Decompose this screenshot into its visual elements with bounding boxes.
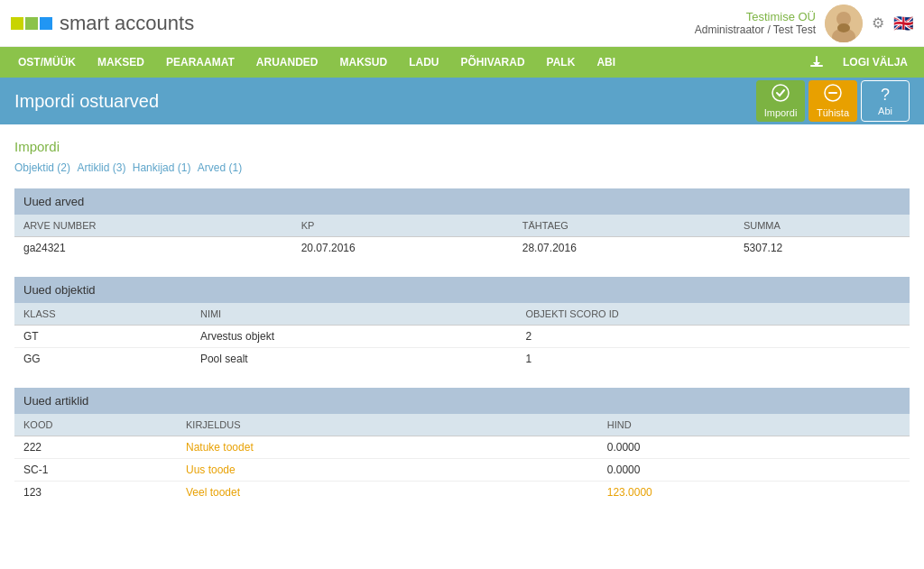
logo-sq-green xyxy=(25,17,38,30)
impordi-button[interactable]: Impordi xyxy=(756,80,805,122)
nav-item-aruanded[interactable]: ARUANDED xyxy=(245,47,329,78)
uued-arved-col-headers: ARVE NUMBER KP TÄHTAEG SUMMA xyxy=(14,215,910,237)
abi-button[interactable]: ? Abi xyxy=(861,80,910,122)
table-row: GG Pool sealt 1 xyxy=(14,348,910,371)
flag-icon[interactable]: 🇬🇧 xyxy=(893,14,913,33)
nav-item-maksud[interactable]: MAKSUD xyxy=(328,47,398,78)
breadcrumb: Objektid (2) Artiklid (3) Hankijad (1) A… xyxy=(14,161,910,174)
page-header-bar: Impordi ostuarved Impordi Tühista ? Abi xyxy=(0,78,924,124)
arve-tahtaeg: 28.07.2016 xyxy=(513,237,735,260)
nav-item-ladu[interactable]: LADU xyxy=(398,47,449,78)
main-content: Impordi Objektid (2) Artiklid (3) Hankij… xyxy=(0,124,924,536)
col-kp: KP xyxy=(292,215,513,237)
col-arve-number: ARVE NUMBER xyxy=(14,215,292,237)
obj-klass: GT xyxy=(14,326,191,348)
art-kirjeldus: Uus toode xyxy=(177,459,598,482)
svg-point-7 xyxy=(772,85,789,101)
action-buttons: Impordi Tühista ? Abi xyxy=(756,80,910,122)
header: smart accounts Testimise OÜ Administraat… xyxy=(0,0,924,47)
table-row: 123 Veel toodet 123.0000 xyxy=(14,482,910,504)
avatar-svg xyxy=(825,5,863,42)
uued-arved-table: ARVE NUMBER KP TÄHTAEG SUMMA ga24321 20.… xyxy=(14,215,910,259)
nav-item-ost[interactable]: OST/MÜÜK xyxy=(7,47,87,78)
art-kirjeldus: Natuke toodet xyxy=(177,436,598,459)
uued-objektid-section: Uued objektid KLASS NIMI OBJEKTI SCORO I… xyxy=(14,277,910,370)
uued-arved-section: Uued arved ARVE NUMBER KP TÄHTAEG SUMMA … xyxy=(14,188,910,259)
abi-label: Abi xyxy=(878,106,892,116)
impordi-icon xyxy=(772,84,790,106)
abi-icon: ? xyxy=(881,86,890,105)
art-hind: 0.0000 xyxy=(598,459,910,482)
breadcrumb-arved[interactable]: Arved (1) xyxy=(198,161,242,174)
logo-area: smart accounts xyxy=(11,12,194,35)
tuhistra-label: Tühista xyxy=(817,107,849,118)
svg-point-3 xyxy=(837,23,850,32)
tuhistra-icon xyxy=(824,84,842,106)
obj-scoro: 2 xyxy=(516,326,910,348)
app-name: smart accounts xyxy=(60,12,194,35)
obj-nimi: Pool sealt xyxy=(191,348,516,371)
col-kood: KOOD xyxy=(14,414,177,436)
avatar xyxy=(825,5,863,42)
obj-klass: GG xyxy=(14,348,191,371)
col-tahtaeg: TÄHTAEG xyxy=(513,215,735,237)
settings-icon[interactable]: ⚙ xyxy=(872,14,884,32)
section-title: Impordi xyxy=(14,139,910,154)
impordi-label: Impordi xyxy=(764,107,798,118)
col-summa: SUMMA xyxy=(735,215,910,237)
user-area: Testimise OÜ Administraator / Test Test … xyxy=(695,5,913,42)
nav-item-palk[interactable]: PALK xyxy=(536,47,587,78)
navbar: OST/MÜÜK MAKSED PEARAAMAT ARUANDED MAKSU… xyxy=(0,47,924,78)
breadcrumb-hankijad[interactable]: Hankijad (1) xyxy=(133,161,191,174)
uued-objektid-header: Uued objektid xyxy=(14,277,910,303)
obj-nimi: Arvestus objekt xyxy=(191,326,516,348)
table-row: GT Arvestus objekt 2 xyxy=(14,326,910,348)
uued-artiklid-header: Uued artiklid xyxy=(14,388,910,414)
obj-scoro: 1 xyxy=(516,348,910,371)
uued-artiklid-col-headers: KOOD KIRJELDUS HIND xyxy=(14,414,910,436)
arve-summa: 5307.12 xyxy=(735,237,910,260)
logo-sq-blue xyxy=(40,17,52,30)
user-info: Testimise OÜ Administraator / Test Test xyxy=(695,10,816,36)
art-kood: 222 xyxy=(14,436,177,459)
table-row: 222 Natuke toodet 0.0000 xyxy=(14,436,910,459)
tuhistra-button[interactable]: Tühista xyxy=(808,80,857,122)
art-kirjeldus: Veel toodet xyxy=(177,482,598,504)
arve-number: ga24321 xyxy=(14,237,292,260)
art-hind: 0.0000 xyxy=(598,436,910,459)
uued-arved-header: Uued arved xyxy=(14,188,910,215)
art-hind: 123.0000 xyxy=(598,482,910,504)
col-scoro-id: OBJEKTI SCORO ID xyxy=(516,303,910,326)
col-nimi: NIMI xyxy=(191,303,516,326)
art-kood: SC-1 xyxy=(14,459,177,482)
page-title: Impordi ostuarved xyxy=(14,91,756,112)
uued-objektid-col-headers: KLASS NIMI OBJEKTI SCORO ID xyxy=(14,303,910,326)
user-company: Testimise OÜ xyxy=(695,10,816,23)
table-row: ga24321 20.07.2016 28.07.2016 5307.12 xyxy=(14,237,910,260)
uued-artiklid-section: Uued artiklid KOOD KIRJELDUS HIND 222 Na… xyxy=(14,388,910,503)
user-role: Administraator / Test Test xyxy=(695,23,816,36)
col-kirjeldus: KIRJELDUS xyxy=(177,414,598,436)
nav-item-pohivarad[interactable]: PÕHIVARAD xyxy=(449,47,535,78)
art-kood: 123 xyxy=(14,482,177,504)
nav-item-abi[interactable]: ABI xyxy=(586,47,626,78)
nav-item-pearaamat[interactable]: PEARAAMAT xyxy=(155,47,245,78)
arve-kp: 20.07.2016 xyxy=(292,237,513,260)
nav-export-icon[interactable] xyxy=(799,47,834,78)
uued-objektid-table: KLASS NIMI OBJEKTI SCORO ID GT Arvestus … xyxy=(14,303,910,370)
uued-artiklid-table: KOOD KIRJELDUS HIND 222 Natuke toodet 0.… xyxy=(14,414,910,503)
table-row: SC-1 Uus toode 0.0000 xyxy=(14,459,910,482)
breadcrumb-artiklid[interactable]: Artiklid (3) xyxy=(77,161,125,174)
breadcrumb-objektid[interactable]: Objektid (2) xyxy=(14,161,70,174)
col-hind: HIND xyxy=(598,414,910,436)
logout-button[interactable]: LOGI VÄLJA xyxy=(834,47,917,78)
logo-squares xyxy=(11,17,52,30)
logo-sq-yellow xyxy=(11,17,23,30)
nav-item-maksed[interactable]: MAKSED xyxy=(87,47,155,78)
col-klass: KLASS xyxy=(14,303,191,326)
